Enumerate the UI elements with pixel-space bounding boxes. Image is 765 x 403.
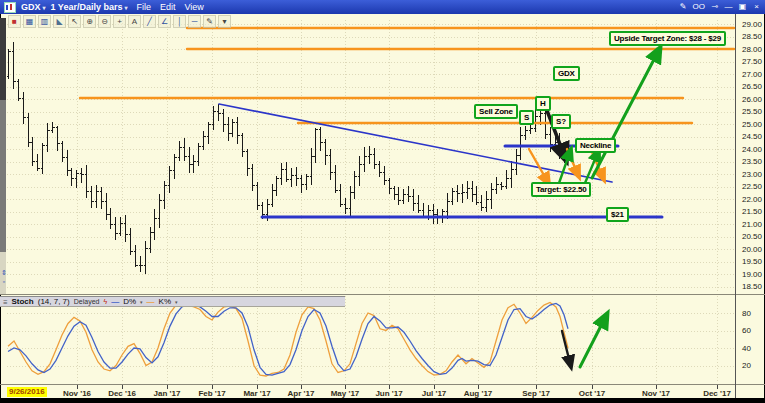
chevron-down-icon: ▾ <box>124 4 127 11</box>
svg-text:May '17: May '17 <box>331 389 360 398</box>
horizontal-line-tool-icon[interactable]: ─ <box>188 15 201 28</box>
price-gridlines <box>7 20 734 383</box>
zoom-out-icon[interactable]: ⊖ <box>98 15 111 28</box>
svg-text:Oct '17: Oct '17 <box>579 389 606 398</box>
close-icon[interactable]: × <box>752 2 761 12</box>
annotate-pencil-icon[interactable]: ✎ <box>679 2 688 12</box>
d-line-swatch-icon: — <box>111 297 119 307</box>
delayed-flash-icon: ϟ <box>103 297 107 307</box>
price-axis[interactable]: 29.0028.5028.0027.5027.0026.5026.0025.50… <box>742 20 763 371</box>
scrollbar-track-segment[interactable] <box>0 100 6 252</box>
drawing-toolbar: ■▦▥◣↖⊕⊖+A╱∠│─✎▾ <box>8 15 231 28</box>
stoch-k-label[interactable]: K% <box>159 297 171 307</box>
price-chart-canvas[interactable]: 29.0028.5028.0027.5027.0026.5026.0025.50… <box>0 0 765 403</box>
minimize-icon[interactable]: — <box>724 2 733 12</box>
annotation-upside-target-zone[interactable]: Upside Target Zone: $28 - $29 <box>609 31 726 46</box>
drawn-lines[interactable] <box>80 28 734 217</box>
chart-start-date-badge: 9/26/2016 <box>7 387 47 397</box>
zoom-in-icon[interactable]: ⊕ <box>83 15 96 28</box>
crosshair-icon[interactable]: + <box>113 15 126 28</box>
svg-text:Jul '17: Jul '17 <box>422 389 447 398</box>
svg-text:Jun '17: Jun '17 <box>375 389 403 398</box>
trading-chart-window: 29.0028.5028.0027.5027.0026.5026.0025.50… <box>0 0 765 403</box>
text-tool-icon[interactable]: A <box>128 15 141 28</box>
angle-tool-icon[interactable]: ∠ <box>158 15 171 28</box>
menu-file[interactable]: File <box>136 2 151 12</box>
svg-text:Jan '17: Jan '17 <box>154 389 181 398</box>
svg-text:27.50: 27.50 <box>742 57 763 66</box>
svg-text:25.00: 25.00 <box>742 120 763 129</box>
svg-text:Mar '17: Mar '17 <box>243 389 271 398</box>
annotation-left-shoulder[interactable]: S <box>519 110 534 125</box>
pencil-tool-icon[interactable]: ✎ <box>203 15 216 28</box>
symbol-label: GDX <box>21 2 41 12</box>
chevron-down-icon: ▾ <box>43 4 46 11</box>
window-bottom-border <box>0 398 765 403</box>
svg-text:19.00: 19.00 <box>742 270 763 279</box>
svg-text:19.50: 19.50 <box>742 257 763 266</box>
svg-text:27.00: 27.00 <box>742 70 763 79</box>
svg-text:29.00: 29.00 <box>742 20 763 29</box>
stoch-params: (14, 7, 7) <box>38 297 70 307</box>
stoch-name: Stoch <box>11 297 33 307</box>
chevron-down-icon[interactable]: ▾ <box>140 297 143 307</box>
svg-text:Nov '17: Nov '17 <box>642 389 671 398</box>
svg-text:28.00: 28.00 <box>742 45 763 54</box>
trendline-tool-icon[interactable]: ╱ <box>143 15 156 28</box>
annotation-right-shoulder[interactable]: S? <box>551 114 571 129</box>
scrollbar-thumb[interactable] <box>0 18 6 100</box>
chart-type-icon[interactable]: ▦ <box>23 15 36 28</box>
panel-borders <box>0 14 765 398</box>
svg-text:Aug '17: Aug '17 <box>464 389 493 398</box>
svg-text:22.00: 22.00 <box>742 195 763 204</box>
svg-text:20: 20 <box>742 361 751 370</box>
stoch-d-line <box>8 303 568 375</box>
vertical-scrollbar[interactable] <box>0 18 6 294</box>
svg-text:26.00: 26.00 <box>742 95 763 104</box>
title-bar: GDX ▾ 1 Year/Daily bars ▾ File Edit View… <box>0 0 765 14</box>
stoch-delayed-label: Delayed <box>74 297 100 307</box>
vertical-line-tool-icon[interactable]: │ <box>173 15 186 28</box>
stoch-d-label[interactable]: D% <box>123 297 136 307</box>
chart-tools-mini-icons[interactable]: ⇕▫ <box>0 268 8 286</box>
svg-text:25.50: 25.50 <box>742 107 763 116</box>
annotation-head[interactable]: H <box>535 96 551 111</box>
svg-text:23.50: 23.50 <box>742 157 763 166</box>
pointer-icon[interactable]: ↖ <box>68 15 81 28</box>
menu-edit[interactable]: Edit <box>160 2 176 12</box>
link-charts-icon[interactable]: OO <box>693 2 705 12</box>
svg-text:Dec '17: Dec '17 <box>703 389 731 398</box>
timeframe-menu[interactable]: 1 Year/Daily bars ▾ <box>51 2 128 12</box>
snapshot-icon[interactable]: ■ <box>8 15 21 28</box>
chevron-down-icon[interactable]: ▾ <box>175 297 178 307</box>
area-chart-icon[interactable]: ◣ <box>53 15 66 28</box>
grip-icon[interactable]: ☰ <box>3 297 7 307</box>
svg-text:Feb '17: Feb '17 <box>198 389 226 398</box>
bar-chart-icon[interactable]: ▥ <box>38 15 51 28</box>
annotation-support-21[interactable]: $21 <box>606 207 629 222</box>
svg-text:Dec '16: Dec '16 <box>108 389 136 398</box>
svg-text:20.00: 20.00 <box>742 245 763 254</box>
stoch-down-arrow <box>562 331 571 367</box>
symbol-menu[interactable]: GDX ▾ <box>21 2 46 12</box>
svg-text:40: 40 <box>742 344 751 353</box>
svg-text:24.50: 24.50 <box>742 132 763 141</box>
annotation-neckline[interactable]: Neckline <box>575 138 616 153</box>
stoch-indicator-header: ☰ Stoch (14, 7, 7) Delayed ϟ — D% ▾ — K%… <box>0 296 345 307</box>
svg-text:28.50: 28.50 <box>742 32 763 41</box>
menu-view[interactable]: View <box>184 2 203 12</box>
annotation-gdx[interactable]: GDX <box>553 66 580 81</box>
svg-text:Apr '17: Apr '17 <box>288 389 315 398</box>
svg-text:Nov '16: Nov '16 <box>63 389 92 398</box>
maximize-icon[interactable]: ▣ <box>738 2 747 12</box>
date-axis: Nov '16Dec '16Jan '17Feb '17Mar '17Apr '… <box>63 385 731 398</box>
timeframe-label: 1 Year/Daily bars <box>51 2 123 12</box>
svg-text:23.00: 23.00 <box>742 170 763 179</box>
annotation-sell-zone[interactable]: Sell Zone <box>474 104 518 119</box>
tool-dropdown-icon[interactable]: ▾ <box>218 15 231 28</box>
stoch-up-arrow <box>580 314 607 367</box>
svg-text:24.00: 24.00 <box>742 145 763 154</box>
svg-text:80: 80 <box>742 309 751 318</box>
annotation-target[interactable]: Target: $22.50 <box>531 182 591 197</box>
pin-icon[interactable]: ⊸ <box>710 2 719 12</box>
